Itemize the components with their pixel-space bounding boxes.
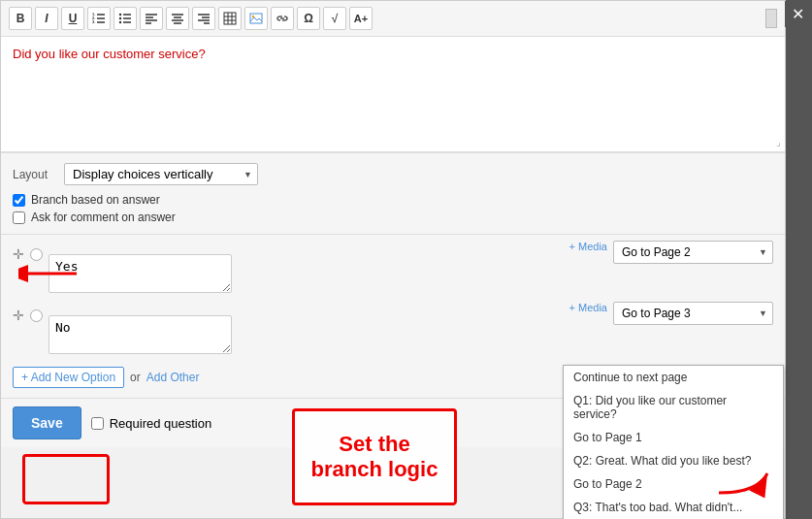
formula-button[interactable]: √ [323, 7, 346, 30]
radio-2[interactable] [30, 309, 43, 322]
svg-point-10 [119, 17, 121, 19]
align-center-button[interactable] [166, 7, 189, 30]
layout-select[interactable]: Display choices vertically Display choic… [64, 163, 258, 185]
bold-button[interactable]: B [9, 7, 32, 30]
add-option-button[interactable]: + Add New Option [13, 367, 124, 388]
required-label: Required question [110, 416, 212, 431]
link-button[interactable] [271, 7, 294, 30]
question-text: Did you like our customer service? [13, 47, 773, 61]
branch-select-wrapper-1[interactable]: Go to Page 2 Go to Page 1 Go to Page 3 C… [613, 241, 773, 264]
option-col-2: + Media No [49, 302, 607, 357]
image-button[interactable] [244, 7, 268, 30]
align-right-button[interactable] [192, 7, 215, 30]
branch-checkbox-label: Branch based on answer [31, 193, 160, 207]
svg-rect-24 [224, 13, 236, 24]
option-textarea-2[interactable]: No [49, 315, 232, 354]
add-other-link[interactable]: Add Other [146, 371, 200, 384]
font-size-button[interactable]: A+ [349, 7, 373, 30]
layout-label: Layout [13, 168, 56, 181]
required-row: Required question [91, 416, 212, 431]
textarea-resize-handle[interactable]: ⌟ [776, 137, 781, 147]
toolbar-scrollbar[interactable] [765, 9, 777, 28]
branch-select-1[interactable]: Go to Page 2 Go to Page 1 Go to Page 3 C… [613, 241, 773, 264]
save-button[interactable]: Save [13, 406, 81, 439]
modal: ✕ B I U 1.2.3. Ω √ A+ [0, 0, 786, 519]
svg-point-9 [119, 14, 121, 16]
ordered-list-button[interactable]: 1.2.3. [87, 7, 111, 30]
align-left-button[interactable] [140, 7, 163, 30]
comment-checkbox-label: Ask for comment on answer [31, 211, 176, 224]
underline-button[interactable]: U [61, 7, 84, 30]
callout-text: Set the branch logic [303, 432, 446, 482]
branch-arrow-icon [18, 259, 86, 288]
close-button[interactable]: ✕ [785, 1, 811, 27]
option-col-1: + Media Yes [49, 241, 607, 296]
italic-button[interactable]: I [35, 7, 58, 30]
svg-text:3.: 3. [92, 19, 95, 24]
branch-checkbox[interactable] [13, 194, 25, 207]
required-checkbox[interactable] [91, 417, 104, 430]
or-text: or [130, 371, 141, 384]
layout-select-wrapper[interactable]: Display choices vertically Display choic… [64, 163, 258, 185]
comment-checkbox[interactable] [13, 211, 25, 224]
settings-section: Layout Display choices vertically Displa… [1, 153, 785, 235]
table-button[interactable] [218, 7, 242, 30]
dropdown-item-page1[interactable]: Go to Page 1 [564, 426, 783, 449]
branch-select-2[interactable]: Go to Page 3 Go to Page 1 Go to Page 2 C… [613, 302, 773, 325]
media-link-1[interactable]: + Media [49, 241, 607, 252]
dropdown-item-continue[interactable]: Continue to next page [564, 366, 783, 389]
dropdown-arrow-icon [699, 454, 777, 503]
unordered-list-button[interactable] [114, 7, 137, 30]
question-text-area[interactable]: Did you like our customer service? ⌟ [1, 37, 785, 153]
svg-point-11 [119, 21, 121, 23]
special-button[interactable]: Ω [297, 7, 320, 30]
toolbar: B I U 1.2.3. Ω √ A+ [1, 1, 785, 37]
svg-rect-29 [250, 14, 262, 23]
option-row-2: ✛ + Media No Go to Page 3 Go to Page 1 G… [13, 302, 773, 357]
callout-box: Set the branch logic [292, 408, 457, 505]
save-highlight-box [22, 454, 110, 504]
drag-handle-2[interactable]: ✛ [13, 308, 24, 323]
branch-select-wrapper-2[interactable]: Go to Page 3 Go to Page 1 Go to Page 2 C… [613, 302, 773, 325]
dropdown-item-q1[interactable]: Q1: Did you like our customer service? [564, 389, 783, 426]
media-link-2[interactable]: + Media [49, 302, 607, 313]
option-row-1: ✛ + Media Yes Go to Page 2 Go to Page 1 … [13, 241, 773, 296]
